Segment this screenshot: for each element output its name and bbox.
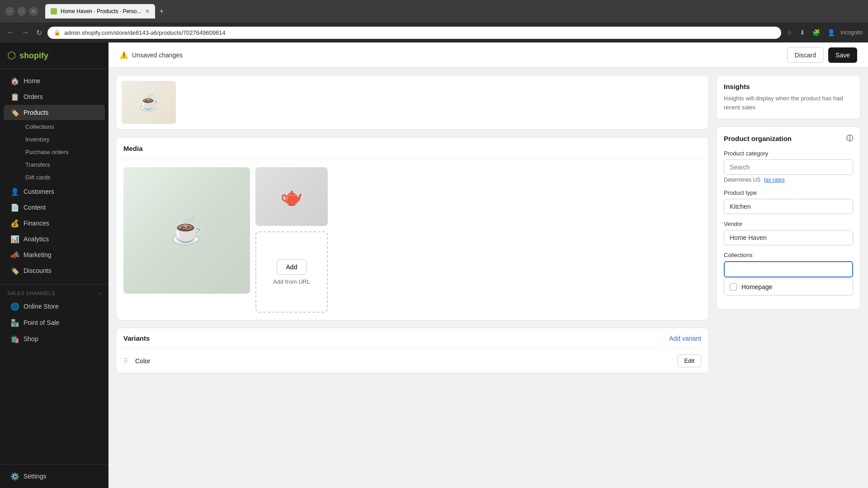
- sidebar: ⬡ shopify 🏠 Home 📋 Orders 🏷️ Products Co…: [0, 42, 108, 488]
- product-category-label: Product category: [724, 150, 853, 157]
- variant-row-left: ⠿ Color: [123, 357, 150, 365]
- insights-description: Insights will display when the product h…: [724, 94, 853, 112]
- vendor-input[interactable]: [724, 230, 853, 245]
- sidebar-item-transfers[interactable]: Transfers: [18, 159, 105, 171]
- sidebar-label-online-store: Online Store: [24, 303, 59, 310]
- tax-rates-link[interactable]: tax rates: [764, 177, 785, 183]
- tax-rates-hint: Determines US tax rates: [724, 177, 853, 183]
- sales-channels-arrow: ›: [99, 290, 101, 296]
- sidebar-item-products[interactable]: 🏷️ Products: [4, 105, 105, 120]
- product-category-input[interactable]: [724, 160, 853, 175]
- sidebar-item-analytics[interactable]: 📊 Analytics: [4, 231, 105, 247]
- bookmark-button[interactable]: ☆: [785, 28, 794, 37]
- new-tab-button[interactable]: +: [157, 7, 166, 15]
- sidebar-label-home: Home: [24, 77, 40, 84]
- discounts-icon: 🏷️: [11, 267, 19, 275]
- warning-icon: ⚠️: [119, 51, 128, 59]
- homepage-checkbox[interactable]: [730, 283, 737, 291]
- collections-dropdown-item-homepage[interactable]: Homepage: [724, 279, 853, 295]
- collections-dropdown: Homepage: [724, 278, 853, 296]
- sidebar-item-finances[interactable]: 💰 Finances: [4, 216, 105, 231]
- variant-color-label: Color: [135, 357, 150, 365]
- maximize-button[interactable]: □: [17, 7, 26, 16]
- close-button[interactable]: ✕: [29, 7, 38, 16]
- sidebar-main-nav: 🏠 Home 📋 Orders 🏷️ Products Collections …: [0, 69, 108, 282]
- sidebar-item-collections[interactable]: Collections: [18, 121, 105, 133]
- home-icon: 🏠: [11, 77, 19, 85]
- browser-chrome: – □ ✕ Home Haven · Products · Perso... ✕…: [0, 0, 868, 23]
- sidebar-settings: ⚙️ Settings: [0, 464, 108, 488]
- media-items-column: 🫖 Add Add from URL: [255, 167, 328, 313]
- address-bar-row: ← → ↻ 🔒 admin.shopify.com/store/de8143-a…: [0, 23, 868, 42]
- forward-button[interactable]: →: [20, 28, 31, 37]
- sidebar-label-settings: Settings: [24, 473, 47, 480]
- tab-close-icon[interactable]: ✕: [145, 8, 150, 14]
- product-thumbnail-1: ☕: [122, 81, 176, 124]
- sidebar-item-orders[interactable]: 📋 Orders: [4, 89, 105, 104]
- main-content: ☕ Media ☕: [108, 68, 868, 488]
- sidebar-item-home[interactable]: 🏠 Home: [4, 73, 105, 89]
- add-from-url-link[interactable]: Add from URL: [273, 278, 310, 285]
- browser-actions: ☆ ⬇ 🧩 👤 Incognito: [785, 28, 863, 37]
- product-category-group: Product category Determines US tax rates: [724, 150, 853, 183]
- sales-channels-label[interactable]: Sales channels ›: [0, 286, 108, 298]
- url-text: admin.shopify.com/store/de8143-a6/produc…: [64, 29, 775, 36]
- insights-title: Insights: [724, 83, 853, 90]
- product-org-info-icon[interactable]: ⓘ: [846, 134, 853, 143]
- back-button[interactable]: ←: [5, 28, 16, 37]
- address-bar[interactable]: 🔒 admin.shopify.com/store/de8143-a6/prod…: [47, 27, 781, 39]
- sidebar-logo: ⬡ shopify: [0, 42, 108, 69]
- sidebar-item-discounts[interactable]: 🏷️ Discounts: [4, 263, 105, 278]
- variants-title: Variants: [123, 334, 150, 342]
- profile-button[interactable]: 👤: [826, 28, 837, 37]
- product-organization-card: Product organization ⓘ Product category …: [716, 127, 861, 310]
- sidebar-label-customers: Customers: [24, 188, 54, 195]
- product-type-input[interactable]: [724, 199, 853, 214]
- extensions-button[interactable]: 🧩: [811, 28, 822, 37]
- add-media-button[interactable]: Add: [277, 259, 307, 275]
- tab-title: Home Haven · Products · Perso...: [61, 8, 142, 14]
- save-button[interactable]: Save: [828, 47, 857, 63]
- collections-input-wrapper: Homepage: [724, 261, 853, 296]
- left-panel: ☕ Media ☕: [116, 75, 709, 481]
- content-icon: 📄: [11, 203, 19, 211]
- active-tab[interactable]: Home Haven · Products · Perso... ✕: [45, 4, 155, 19]
- mug-image-large: ☕: [123, 167, 250, 294]
- sidebar-label-marketing: Marketing: [24, 251, 51, 258]
- window-controls: – □ ✕: [5, 7, 38, 16]
- sidebar-item-settings[interactable]: ⚙️ Settings: [4, 469, 105, 484]
- add-variant-link[interactable]: Add variant: [669, 335, 701, 342]
- variant-edit-button[interactable]: Edit: [678, 354, 701, 367]
- download-button[interactable]: ⬇: [798, 28, 807, 37]
- minimize-button[interactable]: –: [5, 7, 14, 16]
- sidebar-label-shop: Shop: [24, 335, 38, 343]
- sidebar-item-inventory[interactable]: Inventory: [18, 133, 105, 145]
- refresh-button[interactable]: ↻: [34, 28, 44, 37]
- product-images-row: ☕: [122, 81, 703, 124]
- media-grid: ☕ 🫖 Add: [116, 160, 708, 320]
- drag-handle-icon[interactable]: ⠿: [123, 357, 128, 365]
- media-item-large[interactable]: ☕: [123, 167, 250, 294]
- variants-header: Variants Add variant: [116, 328, 708, 348]
- app-container: ⬡ shopify 🏠 Home 📋 Orders 🏷️ Products Co…: [0, 42, 868, 488]
- sidebar-label-products: Products: [24, 109, 48, 116]
- sidebar-item-content[interactable]: 📄 Content: [4, 200, 105, 215]
- sidebar-item-shop[interactable]: 🛍️ Shop: [4, 331, 105, 347]
- sidebar-item-customers[interactable]: 👤 Customers: [4, 184, 105, 199]
- sidebar-item-online-store[interactable]: 🌐 Online Store: [4, 299, 105, 314]
- online-store-icon: 🌐: [11, 302, 19, 310]
- discard-button[interactable]: Discard: [787, 47, 824, 63]
- collections-input[interactable]: [724, 261, 853, 277]
- product-org-header: Product organization ⓘ: [724, 134, 853, 143]
- sidebar-item-gift-cards[interactable]: Gift cards: [18, 171, 105, 183]
- media-item-small[interactable]: 🫖: [255, 167, 328, 226]
- sidebar-item-marketing[interactable]: 📣 Marketing: [4, 247, 105, 263]
- product-org-title-text: Product organization: [724, 135, 792, 142]
- sidebar-item-purchase-orders[interactable]: Purchase orders: [18, 146, 105, 158]
- sidebar-item-point-of-sale[interactable]: 🏪 Point of Sale: [4, 315, 105, 330]
- customers-icon: 👤: [11, 188, 19, 196]
- media-section-title: Media: [116, 137, 708, 160]
- media-add-area[interactable]: Add Add from URL: [255, 231, 328, 313]
- analytics-icon: 📊: [11, 235, 19, 243]
- product-image-card: ☕: [116, 75, 709, 130]
